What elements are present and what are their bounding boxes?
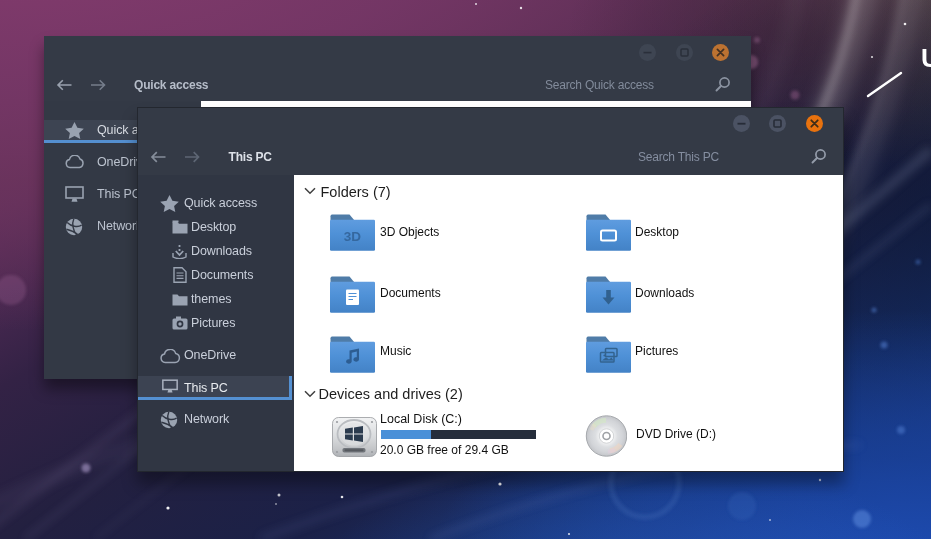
- svg-text:U: U: [921, 43, 931, 73]
- svg-text:3D: 3D: [344, 229, 362, 244]
